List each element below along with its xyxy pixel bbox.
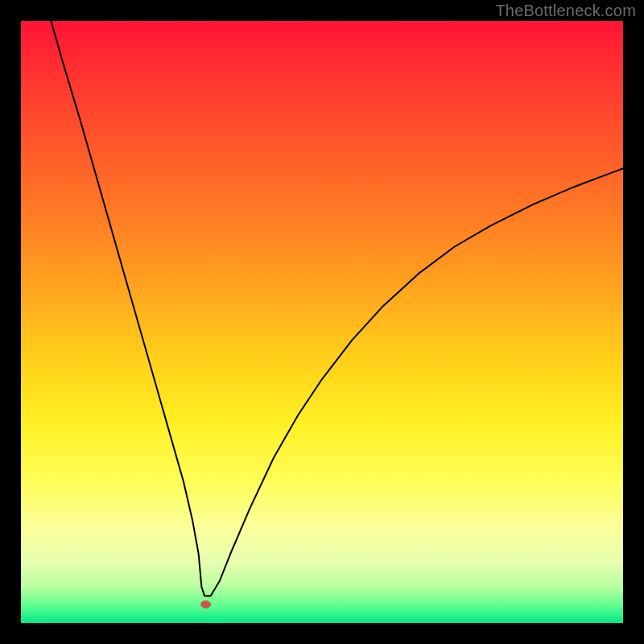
watermark-text: TheBottleneck.com [495, 2, 636, 20]
bottleneck-curve [51, 21, 623, 596]
chart-frame: TheBottleneck.com [0, 0, 644, 644]
curve-svg [21, 21, 623, 623]
plot-area [21, 21, 623, 623]
optimal-point-marker [201, 601, 211, 608]
